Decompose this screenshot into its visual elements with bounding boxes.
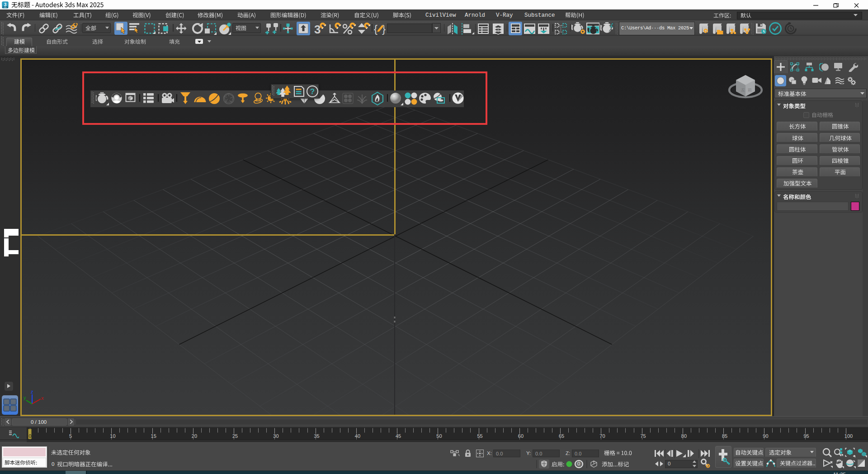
svg-text:x: x [41, 395, 44, 401]
svg-text:前: 前 [748, 88, 752, 92]
svg-text:{: { [374, 23, 377, 35]
svg-text:左: 左 [741, 88, 745, 92]
svg-text:3: 3 [314, 23, 321, 35]
svg-text:}: } [382, 23, 386, 35]
svg-text:MAX: MAX [4, 7, 7, 9]
svg-text:z: z [31, 389, 33, 394]
svg-text:y: y [24, 395, 26, 400]
